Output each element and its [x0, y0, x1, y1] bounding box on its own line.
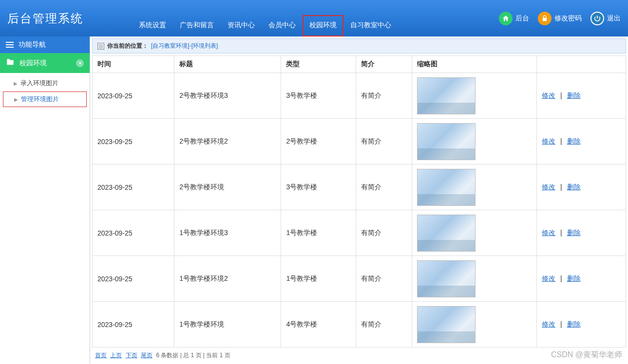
cell-intro: 有简介: [356, 210, 412, 256]
home-button[interactable]: 后台: [499, 12, 529, 25]
pager-last[interactable]: 尾页: [141, 352, 152, 359]
cell-thumb: [412, 164, 536, 210]
cell-intro: 有简介: [356, 302, 412, 347]
logout-button[interactable]: 退出: [590, 12, 621, 25]
nav-system[interactable]: 系统设置: [132, 15, 173, 36]
edit-link[interactable]: 修改: [542, 183, 555, 191]
cell-thumb: [412, 119, 536, 164]
edit-link[interactable]: 修改: [542, 229, 555, 237]
thumbnail-image: [417, 306, 476, 343]
table-row: 2023-09-251号教学楼环境4号教学楼有简介修改|删除: [93, 302, 626, 347]
cell-intro: 有简介: [356, 256, 412, 302]
table-row: 2023-09-252号教学楼环境33号教学楼有简介修改|删除: [93, 73, 626, 119]
list-icon: [97, 43, 104, 50]
cell-title: 1号教学楼环境: [174, 302, 281, 347]
top-nav: 系统设置 广告和留言 资讯中心 会员中心 校园环境 自习教室中心: [132, 0, 398, 36]
cell-title: 2号教学楼环境3: [174, 73, 281, 119]
svg-rect-1: [7, 59, 10, 60]
cell-title: 2号教学楼环境2: [174, 119, 281, 164]
pager-prev[interactable]: 上页: [110, 352, 122, 359]
pager: 首页 上页 下页 尾页 6 条数据 | 总 1 页 | 当前 1 页: [90, 347, 628, 364]
delete-link[interactable]: 删除: [567, 183, 581, 191]
edit-link[interactable]: 修改: [542, 137, 555, 145]
nav-news[interactable]: 资讯中心: [221, 15, 262, 36]
edit-link[interactable]: 修改: [542, 274, 555, 282]
col-thumb: 缩略图: [412, 56, 536, 73]
pager-first[interactable]: 首页: [95, 352, 107, 359]
cell-type: 2号教学楼: [281, 119, 356, 164]
cell-intro: 有简介: [356, 164, 412, 210]
sidebar-title-text: 功能导航: [19, 40, 46, 49]
table-row: 2023-09-251号教学楼环境31号教学楼有简介修改|删除: [93, 210, 626, 256]
delete-link[interactable]: 删除: [567, 91, 581, 99]
cell-actions: 修改|删除: [537, 210, 626, 256]
cell-date: 2023-09-25: [93, 256, 174, 302]
sidebar-section-campus[interactable]: 校园环境 ▾: [0, 53, 90, 73]
breadcrumb-path: [自习教室环境]-[环境列表]: [151, 42, 218, 50]
change-password-button[interactable]: 修改密码: [538, 12, 582, 25]
thumbnail-image: [417, 77, 476, 114]
cell-date: 2023-09-25: [93, 119, 174, 164]
edit-link[interactable]: 修改: [542, 320, 555, 328]
cell-date: 2023-09-25: [93, 302, 174, 347]
col-title: 标题: [174, 56, 281, 73]
delete-link[interactable]: 删除: [567, 137, 581, 145]
separator: |: [560, 91, 562, 99]
lock-icon: [538, 12, 552, 25]
cell-thumb: [412, 73, 536, 119]
cell-type: 4号教学楼: [281, 302, 356, 347]
edit-link[interactable]: 修改: [542, 91, 555, 99]
nav-studyroom[interactable]: 自习教室中心: [343, 15, 398, 36]
sidebar-item-label: 管理环境图片: [21, 95, 59, 104]
cell-actions: 修改|删除: [537, 73, 626, 119]
table-row: 2023-09-252号教学楼环境22号教学楼有简介修改|删除: [93, 119, 626, 164]
col-intro: 简介: [356, 56, 412, 73]
power-icon: [590, 12, 604, 25]
cell-thumb: [412, 256, 536, 302]
home-label: 后台: [515, 14, 529, 23]
thumbnail-image: [417, 260, 476, 297]
nav-members[interactable]: 会员中心: [262, 15, 303, 36]
delete-link[interactable]: 删除: [567, 274, 581, 282]
logout-label: 退出: [607, 14, 621, 23]
separator: |: [560, 320, 562, 328]
cell-date: 2023-09-25: [93, 210, 174, 256]
nav-ads[interactable]: 广告和留言: [173, 15, 221, 36]
cell-intro: 有简介: [356, 73, 412, 119]
cell-intro: 有简介: [356, 119, 412, 164]
nav-campus-env[interactable]: 校园环境: [303, 15, 343, 36]
data-table: 时间 标题 类型 简介 缩略图 2023-09-252号教学楼环境33号教学楼有…: [92, 55, 626, 347]
cell-type: 1号教学楼: [281, 210, 356, 256]
separator: |: [560, 274, 562, 282]
separator: |: [560, 183, 562, 191]
folder-icon: [6, 58, 15, 68]
sidebar-section-label: 校园环境: [19, 59, 47, 68]
sidebar-list: ▶ 录入环境图片 ▶ 管理环境图片: [0, 73, 90, 111]
thumbnail-image: [417, 215, 476, 252]
table-row: 2023-09-252号教学楼环境3号教学楼有简介修改|删除: [93, 164, 626, 210]
delete-link[interactable]: 删除: [567, 229, 581, 237]
app-logo: 后台管理系统: [7, 11, 83, 26]
sidebar-item-manage-image[interactable]: ▶ 管理环境图片: [3, 91, 87, 107]
main-content: 你当前的位置： [自习教室环境]-[环境列表] 时间 标题 类型 简介 缩略图 …: [90, 36, 628, 364]
sidebar: 功能导航 校园环境 ▾ ▶ 录入环境图片 ▶ 管理环境图片: [0, 36, 90, 364]
sidebar-title: 功能导航: [0, 36, 90, 53]
cell-thumb: [412, 302, 536, 347]
cell-type: 3号教学楼: [281, 164, 356, 210]
cell-thumb: [412, 210, 536, 256]
cell-title: 1号教学楼环境3: [174, 210, 281, 256]
triangle-icon: ▶: [14, 81, 18, 86]
password-label: 修改密码: [554, 14, 582, 23]
svg-rect-0: [7, 60, 14, 65]
breadcrumb: 你当前的位置： [自习教室环境]-[环境列表]: [92, 38, 626, 54]
cell-type: 3号教学楼: [281, 73, 356, 119]
separator: |: [560, 137, 562, 145]
pager-next[interactable]: 下页: [126, 352, 137, 359]
cell-actions: 修改|删除: [537, 119, 626, 164]
cell-actions: 修改|删除: [537, 256, 626, 302]
sidebar-item-label: 录入环境图片: [20, 79, 58, 88]
thumbnail-image: [417, 169, 476, 206]
sidebar-item-upload-image[interactable]: ▶ 录入环境图片: [0, 76, 90, 91]
delete-link[interactable]: 删除: [567, 320, 581, 328]
cell-title: 1号教学楼环境2: [174, 256, 281, 302]
